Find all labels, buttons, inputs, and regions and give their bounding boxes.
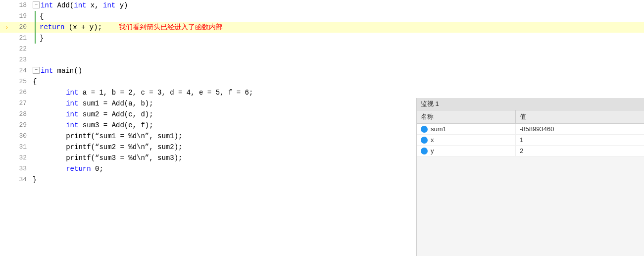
line-number-26: 26 [11, 87, 31, 98]
watch-row-sum1: sum1-858993460 [417, 124, 644, 135]
line-arrow-21 [0, 33, 11, 44]
watch-row-y: y2 [417, 146, 644, 156]
code-line-18: 18−int Add(int x, int y) [0, 0, 644, 11]
line-arrow-33 [0, 163, 11, 174]
line-number-30: 30 [11, 131, 31, 142]
watch-value-x: 1 [516, 135, 644, 145]
watch-value-sum1: -858993460 [516, 124, 644, 134]
line-content-25: { [31, 76, 644, 87]
editor-area: 18−int Add(int x, int y)19{⇒20return (x … [0, 0, 644, 256]
watch-name-text-x: x [431, 136, 434, 144]
line-number-31: 31 [11, 142, 31, 153]
line-arrow-25 [0, 76, 11, 87]
code-line-24: 24−int main() [0, 65, 644, 76]
line-arrow-31 [0, 142, 11, 153]
watch-icon-x [421, 137, 428, 144]
line-arrow-27 [0, 98, 11, 109]
line-number-20: 20 [11, 22, 31, 33]
code-line-21: 21} [0, 33, 644, 44]
line-content-22 [31, 44, 644, 54]
line-arrow-29 [0, 120, 11, 131]
line-arrow-28 [0, 109, 11, 120]
collapse-icon-24[interactable]: − [33, 67, 40, 74]
watch-header: 名称 值 [417, 110, 644, 124]
line-number-32: 32 [11, 153, 31, 163]
code-line-19: 19{ [0, 11, 644, 22]
watch-name-x: x [417, 135, 516, 145]
line-arrow-32 [0, 153, 11, 163]
code-line-20: ⇒20return (x + y); 我们看到箭头已经进入了函数内部 [0, 22, 644, 33]
line-arrow-26 [0, 87, 11, 98]
watch-icon-sum1 [421, 126, 428, 133]
line-number-33: 33 [11, 163, 31, 174]
watch-icon-y [421, 148, 428, 154]
line-content-21: } [31, 33, 644, 44]
line-content-18: −int Add(int x, int y) [31, 0, 644, 11]
watch-col-name: 名称 [417, 110, 516, 123]
line-content-20: return (x + y); 我们看到箭头已经进入了函数内部 [31, 22, 644, 33]
line-arrow-34 [0, 174, 11, 185]
watch-panel: 监视 1 名称 值 sum1-858993460x1y2 [416, 98, 644, 256]
code-line-26: 26 int a = 1, b = 2, c = 3, d = 4, e = 5… [0, 87, 644, 98]
watch-col-value: 值 [516, 110, 644, 123]
watch-row-x: x1 [417, 135, 644, 146]
code-line-25: 25{ [0, 76, 644, 87]
watch-value-y: 2 [516, 146, 644, 156]
line-arrow-18 [0, 0, 11, 11]
watch-name-sum1: sum1 [417, 124, 516, 134]
watch-name-text-y: y [431, 147, 434, 154]
line-arrow-22 [0, 44, 11, 54]
line-arrow-23 [0, 54, 11, 65]
line-number-23: 23 [11, 54, 31, 65]
line-number-22: 22 [11, 44, 31, 54]
line-number-21: 21 [11, 33, 31, 44]
line-number-27: 27 [11, 98, 31, 109]
collapse-icon-18[interactable]: − [33, 1, 40, 8]
line-content-24: −int main() [31, 65, 644, 76]
line-number-28: 28 [11, 109, 31, 120]
line-number-19: 19 [11, 11, 31, 22]
code-line-22: 22 [0, 44, 644, 54]
line-number-18: 18 [11, 0, 31, 11]
line-arrow-24 [0, 65, 11, 76]
watch-title: 监视 1 [417, 98, 644, 110]
line-content-19: { [31, 11, 644, 22]
line-arrow-20: ⇒ [0, 22, 11, 33]
code-line-23: 23 [0, 54, 644, 65]
watch-name-y: y [417, 146, 516, 156]
line-number-25: 25 [11, 76, 31, 87]
line-number-29: 29 [11, 120, 31, 131]
line-number-24: 24 [11, 65, 31, 76]
line-content-23 [31, 54, 644, 65]
line-number-34: 34 [11, 174, 31, 185]
line-content-26: int a = 1, b = 2, c = 3, d = 4, e = 5, f… [31, 87, 644, 98]
line-arrow-19 [0, 11, 11, 22]
watch-name-text-sum1: sum1 [431, 125, 446, 133]
watch-rows: sum1-858993460x1y2 [417, 124, 644, 156]
line-arrow-30 [0, 131, 11, 142]
